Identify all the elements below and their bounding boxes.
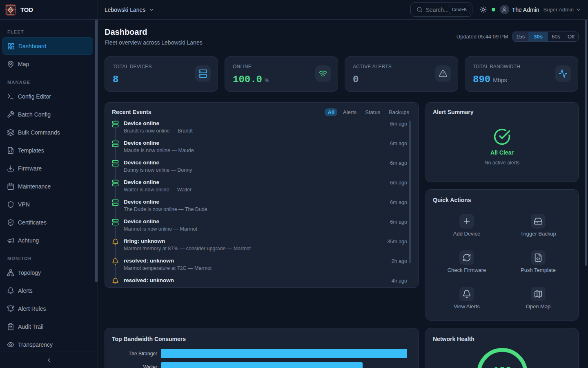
svg-text:100: 100 [493, 365, 511, 368]
